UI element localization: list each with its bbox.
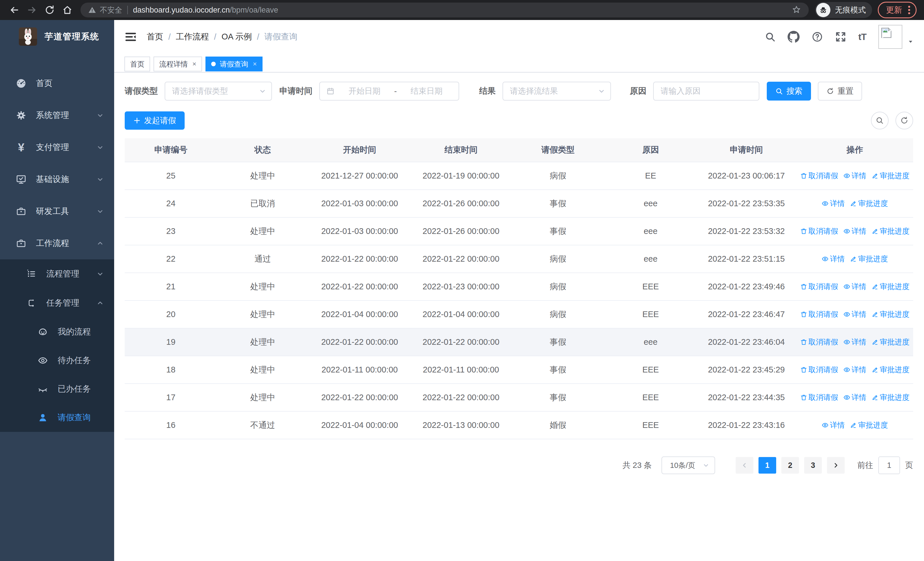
action-progress-link[interactable]: 审批进度 (872, 171, 909, 181)
tab-close-icon[interactable]: × (253, 60, 257, 68)
action-cancel-link[interactable]: 取消请假 (800, 171, 838, 181)
date-range-picker[interactable]: 开始日期 - 结束日期 (320, 82, 459, 101)
action-detail-link[interactable]: 详情 (843, 337, 866, 347)
prev-page-button[interactable] (736, 457, 753, 474)
table-refresh-button[interactable] (896, 112, 913, 129)
sidebar-item-done-tasks[interactable]: 已办任务 (0, 375, 114, 403)
action-progress-link[interactable]: 审批进度 (850, 199, 888, 209)
action-progress-link[interactable]: 审批进度 (872, 337, 909, 347)
tab-home[interactable]: 首页 (124, 57, 150, 71)
action-cancel-link[interactable]: 取消请假 (800, 393, 838, 403)
logo-row[interactable]: 芋道管理系统 (0, 20, 114, 53)
sidebar-item-todo-tasks[interactable]: 待办任务 (0, 346, 114, 375)
page-size-select[interactable] (662, 456, 715, 474)
sidebar-item-home[interactable]: 首页 (0, 68, 114, 99)
security-warning[interactable]: 不安全 (88, 5, 122, 15)
cell-id: 22 (125, 254, 217, 264)
action-detail-link[interactable]: 详情 (843, 282, 866, 292)
browser-back-icon[interactable] (8, 3, 21, 17)
action-progress-link[interactable]: 审批进度 (850, 420, 888, 430)
table-search-toggle-button[interactable] (871, 112, 889, 129)
sidebar-item-system[interactable]: 系统管理 (0, 99, 114, 131)
security-label: 不安全 (100, 5, 122, 15)
breadcrumb-item[interactable]: OA 示例 (222, 31, 252, 42)
dashboard-icon (15, 78, 27, 89)
action-cancel-link[interactable]: 取消请假 (800, 282, 838, 292)
sidebar-item-label: 请假查询 (58, 412, 91, 423)
action-cancel-link[interactable]: 取消请假 (800, 226, 838, 236)
browser-forward-icon[interactable] (25, 3, 39, 17)
tab-close-icon[interactable]: × (192, 60, 196, 68)
pagination-total: 共 23 条 (622, 460, 652, 471)
leave-type-input[interactable] (165, 82, 272, 100)
cell-end_time: 2022-01-22 00:00:00 (411, 393, 511, 402)
sidebar-item-workflow[interactable]: 工作流程 (0, 227, 114, 259)
breadcrumb-item[interactable]: 工作流程 (176, 31, 209, 42)
fullscreen-icon[interactable] (835, 31, 846, 42)
sidebar-item-leave-query[interactable]: 请假查询 (0, 403, 114, 432)
github-icon[interactable] (788, 31, 800, 43)
tab-leave-query[interactable]: 请假查询 × (206, 57, 262, 71)
font-size-icon[interactable]: tT (858, 32, 866, 42)
update-button[interactable]: 更新 (878, 2, 916, 18)
action-detail-link[interactable]: 详情 (843, 226, 866, 236)
create-leave-button[interactable]: 发起请假 (125, 111, 184, 130)
search-button[interactable]: 搜索 (767, 82, 811, 101)
cell-actions: 详情审批进度 (796, 199, 913, 209)
browser-reload-icon[interactable] (43, 3, 57, 17)
address-bar[interactable]: 不安全 dashboard.yudao.iocoder.cn/bpm/oa/le… (81, 3, 809, 17)
sidebar-fold-icon[interactable] (124, 30, 137, 43)
tab-process-detail[interactable]: 流程详情 × (153, 57, 202, 71)
bookmark-star-icon[interactable] (792, 5, 801, 15)
next-page-button[interactable] (827, 457, 844, 474)
action-detail-link[interactable]: 详情 (822, 420, 844, 430)
action-progress-link[interactable]: 审批进度 (872, 393, 909, 403)
user-avatar[interactable] (878, 25, 914, 49)
sidebar-item-devtools[interactable]: 研发工具 (0, 196, 114, 227)
header-search-icon[interactable] (765, 32, 776, 42)
reason-field[interactable] (653, 82, 759, 101)
browser-home-icon[interactable] (60, 3, 74, 17)
reset-button-label: 重置 (837, 86, 854, 96)
leave-type-select[interactable] (165, 82, 272, 101)
browser-menu-icon[interactable] (908, 5, 910, 15)
action-progress-link[interactable]: 审批进度 (872, 309, 909, 319)
sidebar-item-label: 研发工具 (36, 206, 69, 217)
action-detail-link[interactable]: 详情 (843, 309, 866, 319)
sidebar-item-task-mgmt[interactable]: 任务管理 (0, 289, 114, 317)
action-cancel-link[interactable]: 取消请假 (800, 365, 838, 375)
edit-pen-icon (872, 311, 879, 318)
action-progress-link[interactable]: 审批进度 (872, 226, 909, 236)
reason-input[interactable] (654, 82, 759, 100)
action-detail-link[interactable]: 详情 (843, 365, 866, 375)
sidebar-item-my-process[interactable]: 我的流程 (0, 317, 114, 346)
action-progress-link[interactable]: 审批进度 (850, 254, 888, 264)
page-button-3[interactable]: 3 (804, 457, 822, 474)
sidebar-menu: 首页 系统管理 ¥ 支付管理 基础设施 (0, 53, 114, 432)
breadcrumb-current: 请假查询 (264, 31, 298, 42)
sidebar-item-payment[interactable]: ¥ 支付管理 (0, 131, 114, 163)
goto-page-input[interactable] (878, 456, 900, 474)
cell-end_time: 2022-01-22 00:00:00 (411, 337, 511, 347)
page-button-1[interactable]: 1 (759, 457, 776, 474)
action-cancel-link[interactable]: 取消请假 (800, 309, 838, 319)
cell-start_time: 2022-01-03 00:00:00 (309, 227, 411, 236)
action-detail-link[interactable]: 详情 (843, 171, 866, 181)
action-detail-link[interactable]: 详情 (822, 254, 844, 264)
cell-leave_type: 事假 (511, 337, 605, 348)
action-progress-link[interactable]: 审批进度 (872, 365, 909, 375)
page-content: 请假类型 申请时间 开始日期 - 结束日期 结果 原因 (114, 72, 924, 561)
page-button-2[interactable]: 2 (782, 457, 799, 474)
sidebar-item-process-mgmt[interactable]: 流程管理 (0, 259, 114, 289)
action-cancel-link[interactable]: 取消请假 (800, 337, 838, 347)
action-detail-link[interactable]: 详情 (822, 199, 844, 209)
reset-button[interactable]: 重置 (818, 82, 862, 101)
result-input[interactable] (503, 82, 610, 100)
help-icon[interactable] (812, 31, 823, 42)
sidebar-item-infra[interactable]: 基础设施 (0, 163, 114, 196)
action-progress-link[interactable]: 审批进度 (872, 282, 909, 292)
page-size-input[interactable] (662, 457, 714, 474)
action-detail-link[interactable]: 详情 (843, 393, 866, 403)
breadcrumb-item[interactable]: 首页 (147, 31, 163, 42)
result-select[interactable] (502, 82, 611, 101)
